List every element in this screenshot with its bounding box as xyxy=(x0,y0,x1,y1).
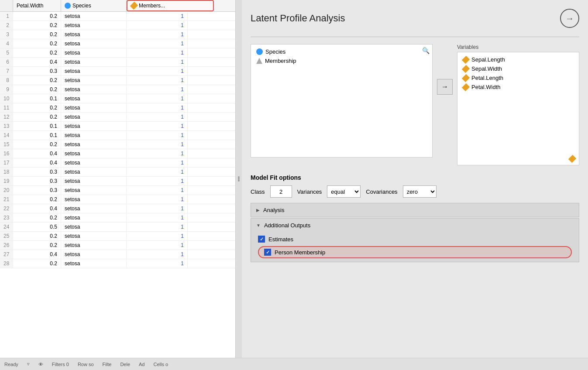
cell-rownum: 5 xyxy=(0,48,13,57)
cell-membership: 1 xyxy=(127,232,188,240)
sepal-length-icon xyxy=(462,55,470,63)
cell-species: setosa xyxy=(61,149,127,158)
cell-petal-width: 0.3 xyxy=(13,67,61,75)
cell-species: setosa xyxy=(61,76,127,85)
cell-membership: 1 xyxy=(127,58,188,66)
ready-status: Ready xyxy=(4,362,18,367)
table-row: 13 0.1 setosa 1 xyxy=(0,122,235,131)
nav-button-icon: → xyxy=(565,14,574,24)
move-to-variables-button[interactable]: → xyxy=(437,79,453,95)
dele-status: Dele xyxy=(120,362,130,367)
source-membership-label: Membership xyxy=(265,58,296,64)
ad-status: Ad xyxy=(139,362,144,367)
cell-membership: 1 xyxy=(127,140,188,149)
var-item-sepal-length: Sepal.Length xyxy=(460,55,576,64)
search-icon[interactable]: 🔍 xyxy=(422,47,430,54)
col-header-membership: Members... xyxy=(127,0,214,11)
cell-membership: 1 xyxy=(127,76,188,85)
person-membership-checkbox[interactable] xyxy=(264,249,271,256)
petal-width-label: Petal.Width xyxy=(471,84,500,90)
cell-rownum: 23 xyxy=(0,213,13,222)
estimates-checkbox[interactable] xyxy=(258,236,265,243)
additional-outputs-label: Additional Outputs xyxy=(264,222,310,229)
cell-rownum: 16 xyxy=(0,149,13,158)
petal-width-icon xyxy=(462,83,470,91)
analysis-label: Analysis xyxy=(263,207,284,213)
cells-status: Cells o xyxy=(153,362,168,367)
left-panel: Petal.Width Species Members... 1 0.2 set… xyxy=(0,0,236,358)
cell-petal-width: 0.2 xyxy=(13,76,61,85)
model-fit-section: Model Fit options Class Variances equal … xyxy=(251,174,579,198)
cell-petal-width: 0.2 xyxy=(13,21,61,30)
cell-petal-width: 0.1 xyxy=(13,131,61,140)
cell-species: setosa xyxy=(61,58,127,66)
cell-petal-width: 0.2 xyxy=(13,213,61,222)
cell-petal-width: 0.2 xyxy=(13,48,61,57)
cell-petal-width: 0.3 xyxy=(13,177,61,185)
table-row: 12 0.2 setosa 1 xyxy=(0,113,235,122)
rowso-status: Row so xyxy=(78,362,94,367)
table-row: 5 0.2 setosa 1 xyxy=(0,48,235,58)
table-header: Petal.Width Species Members... xyxy=(0,0,235,12)
cell-membership: 1 xyxy=(127,21,188,30)
person-membership-label: Person Membership xyxy=(275,249,325,256)
cell-membership: 1 xyxy=(127,113,188,121)
covariances-select[interactable]: zero equal unequal xyxy=(403,185,437,198)
cell-petal-width: 0.2 xyxy=(13,85,61,94)
cell-species: setosa xyxy=(61,131,127,140)
cell-membership: 1 xyxy=(127,195,188,204)
cell-rownum: 2 xyxy=(0,21,13,30)
table-row: 23 0.2 setosa 1 xyxy=(0,213,235,223)
cell-rownum: 7 xyxy=(0,67,13,75)
cell-rownum: 8 xyxy=(0,76,13,85)
cell-petal-width: 0.4 xyxy=(13,250,61,259)
var-item-sepal-width: Sepal.Width xyxy=(460,64,576,73)
cell-rownum: 9 xyxy=(0,85,13,94)
cell-membership: 1 xyxy=(127,158,188,167)
membership-triangle-icon xyxy=(256,58,262,64)
cell-rownum: 3 xyxy=(0,30,13,39)
table-row: 17 0.4 setosa 1 xyxy=(0,158,235,168)
table-row: 1 0.2 setosa 1 xyxy=(0,12,235,21)
analysis-header[interactable]: ▶ Analysis xyxy=(251,203,579,217)
nav-button[interactable]: → xyxy=(560,9,579,28)
membership-label: Members... xyxy=(139,3,165,9)
cell-rownum: 24 xyxy=(0,223,13,231)
source-item-species[interactable]: Species xyxy=(254,47,422,56)
cell-species: setosa xyxy=(61,168,127,176)
analysis-chevron-icon: ▶ xyxy=(256,208,260,212)
table-body[interactable]: 1 0.2 setosa 1 2 0.2 setosa 1 3 0.2 seto… xyxy=(0,12,235,358)
cell-species: setosa xyxy=(61,195,127,204)
variables-box-container: Variables Sepal.Length Sepal.Width Petal… xyxy=(457,44,579,165)
arrow-icon: → xyxy=(441,83,448,91)
class-input[interactable] xyxy=(270,185,292,198)
cell-rownum: 13 xyxy=(0,122,13,130)
cell-species: setosa xyxy=(61,232,127,240)
cell-petal-width: 0.4 xyxy=(13,204,61,213)
additional-outputs-header[interactable]: ▼ Additional Outputs xyxy=(251,219,579,232)
table-row: 11 0.2 setosa 1 xyxy=(0,103,235,113)
cell-rownum: 14 xyxy=(0,131,13,140)
cell-membership: 1 xyxy=(127,122,188,130)
model-fit-title: Model Fit options xyxy=(251,174,579,181)
panel-resizer[interactable] xyxy=(236,0,242,358)
variances-select[interactable]: equal unequal xyxy=(327,185,361,198)
cell-species: setosa xyxy=(61,122,127,130)
cell-species: setosa xyxy=(61,12,127,21)
cell-petal-width: 0.3 xyxy=(13,168,61,176)
cell-membership: 1 xyxy=(127,39,188,48)
cell-rownum: 25 xyxy=(0,232,13,240)
cell-membership: 1 xyxy=(127,213,188,222)
cell-rownum: 21 xyxy=(0,195,13,204)
cell-petal-width: 0.2 xyxy=(13,232,61,240)
cell-membership: 1 xyxy=(127,131,188,140)
var-item-petal-width: Petal.Width xyxy=(460,82,576,92)
main-container: Petal.Width Species Members... 1 0.2 set… xyxy=(0,0,588,358)
source-item-membership[interactable]: Membership xyxy=(254,56,430,65)
cell-rownum: 22 xyxy=(0,204,13,213)
source-box: 🔍 Species Membership xyxy=(251,44,433,158)
cell-petal-width: 0.1 xyxy=(13,94,61,103)
table-row: 7 0.3 setosa 1 xyxy=(0,67,235,76)
cell-membership: 1 xyxy=(127,241,188,250)
header-divider xyxy=(251,37,579,37)
